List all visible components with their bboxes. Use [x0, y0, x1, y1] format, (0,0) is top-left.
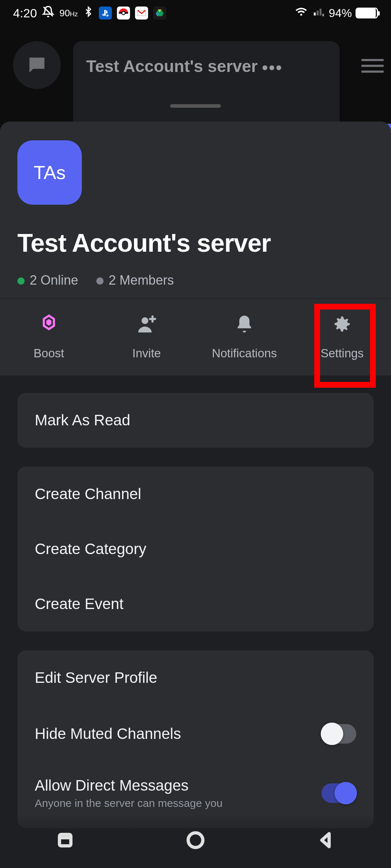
ellipsis-icon[interactable]: ••• [262, 58, 283, 77]
presence-row: 2 Online 2 Members [17, 273, 374, 288]
svg-text:x: x [322, 12, 324, 17]
app-icon-drive [153, 7, 166, 20]
invite-label: Invite [133, 346, 161, 360]
create-channel-item[interactable]: Create Channel [17, 467, 374, 522]
menu-group-read: Mark As Read [17, 393, 374, 448]
status-right: x 94% [294, 5, 378, 21]
wifi-icon [294, 5, 308, 21]
notifications-label: Notifications [212, 346, 277, 360]
invite-icon [136, 314, 157, 337]
app-icon-ps [99, 7, 112, 20]
member-count: 2 Members [96, 273, 174, 288]
server-name: Test Account's server [17, 229, 374, 258]
settings-action[interactable]: Settings [293, 299, 391, 375]
sheet-header: TAs Test Account's server 2 Online 2 Mem… [0, 122, 391, 298]
settings-label: Settings [320, 346, 363, 360]
status-bar: 4:20 90Hz x 94% [0, 0, 391, 26]
status-time: 4:20 [13, 6, 37, 20]
menu-group-profile: Edit Server Profile Hide Muted Channels … [17, 650, 374, 828]
refresh-rate: 90Hz [59, 8, 78, 19]
dm-bubble-icon[interactable] [13, 41, 61, 89]
server-options-sheet: TAs Test Account's server 2 Online 2 Mem… [0, 122, 391, 868]
create-event-item[interactable]: Create Event [17, 576, 374, 631]
svg-point-9 [142, 317, 148, 324]
allow-dm-label: Allow Direct Messages [35, 777, 223, 794]
hamburger-icon[interactable] [352, 50, 384, 82]
mark-as-read-item[interactable]: Mark As Read [17, 393, 374, 448]
menu-area: Mark As Read Create Channel Create Categ… [0, 375, 391, 868]
grab-handle[interactable] [170, 104, 221, 108]
notifications-action[interactable]: Notifications [196, 299, 293, 375]
system-nav-bar [0, 814, 391, 868]
nav-home-icon[interactable] [186, 830, 205, 851]
server-title-card[interactable]: Test Account's server ••• [73, 41, 340, 135]
create-category-item[interactable]: Create Category [17, 522, 374, 576]
status-left: 4:20 90Hz [13, 5, 166, 21]
gear-icon [332, 314, 352, 337]
online-count: 2 Online [17, 273, 78, 288]
svg-rect-7 [320, 9, 321, 16]
dnd-icon [42, 5, 54, 21]
nav-recent-icon[interactable] [55, 830, 75, 851]
menu-group-create: Create Channel Create Category Create Ev… [17, 467, 374, 631]
hide-muted-toggle[interactable] [321, 724, 356, 744]
app-icon-pokeball [117, 7, 130, 20]
hide-muted-channels-item[interactable]: Hide Muted Channels [17, 705, 374, 762]
bell-icon [234, 314, 255, 337]
server-title-text: Test Account's server [86, 56, 258, 76]
app-icon-gmail [135, 7, 148, 20]
battery-icon [356, 8, 378, 18]
battery-pct: 94% [329, 7, 352, 20]
edit-server-profile-item[interactable]: Edit Server Profile [17, 650, 374, 705]
boost-action[interactable]: Boost [0, 299, 98, 375]
svg-rect-5 [314, 13, 316, 16]
boost-label: Boost [34, 346, 64, 360]
svg-point-12 [188, 833, 203, 848]
nav-back-icon[interactable] [316, 830, 336, 851]
svg-point-3 [122, 11, 125, 14]
allow-dm-sub: Anyone in the server can message you [35, 797, 223, 809]
svg-rect-6 [317, 10, 319, 15]
invite-action[interactable]: Invite [98, 299, 196, 375]
boost-icon [39, 314, 59, 337]
signal-icon: x [312, 6, 325, 20]
allow-dm-toggle[interactable] [321, 783, 356, 803]
hide-muted-label: Hide Muted Channels [35, 725, 181, 743]
server-icon[interactable]: TAs [17, 140, 82, 205]
background-header: Test Account's server ••• 1+ ne [0, 26, 391, 124]
bluetooth-icon [83, 5, 94, 21]
action-row: Boost Invite Notifications Settings [0, 298, 391, 375]
